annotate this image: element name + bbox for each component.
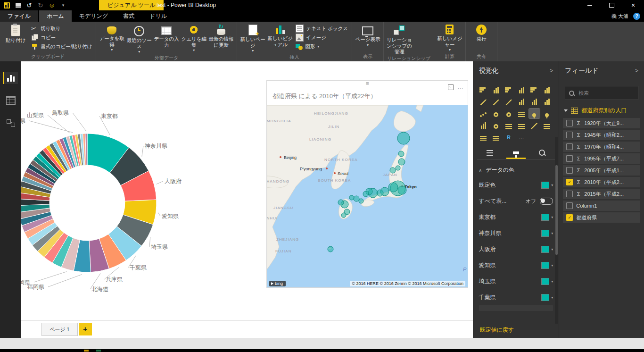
viz-type-multi-row-card-icon[interactable] [504,120,514,130]
viz-type-matrix-icon[interactable] [491,132,502,142]
color-swatch[interactable] [541,182,549,189]
page-tab-1[interactable]: ページ 1 [41,323,78,336]
viz-type-map-icon[interactable] [529,109,540,118]
viz-type-clustered-bar-chart-icon[interactable] [504,85,514,95]
table-item-population-by-prefecture[interactable]: 都道府県別の人口 [559,105,644,117]
field-item-1995年（平成7...[interactable]: Σ1995年（平成7... [563,153,640,164]
color-dropdown-icon[interactable]: ▾ [551,263,553,268]
map-bubble[interactable] [398,151,404,157]
map-bubble[interactable] [397,132,410,144]
viz-type-100-stacked-column-chart-icon[interactable] [542,85,553,95]
color-dropdown-icon[interactable]: ▾ [551,295,553,300]
field-item-1945年（昭和2...[interactable]: Σ1945年（昭和2... [563,130,640,140]
map-bubble[interactable] [388,183,398,192]
viz-type-line-chart-icon[interactable] [478,97,489,107]
fields-tab[interactable] [480,148,500,159]
ribbon-button-enter-data[interactable]: データの入力 [153,23,180,48]
viz-type-card-icon[interactable] [516,120,527,130]
field-checkbox[interactable] [566,202,573,209]
redo-icon[interactable]: ↻ [37,1,44,9]
viz-type-slicer-icon[interactable] [542,120,553,130]
viz-type-funnel-icon[interactable] [478,120,489,130]
map-bubble[interactable] [354,196,359,201]
ribbon-button-image[interactable]: イメージ [294,33,349,42]
map-bubble[interactable] [390,168,396,173]
map-bubble[interactable] [338,200,344,205]
color-dropdown-icon[interactable]: ▾ [551,231,553,235]
field-checkbox[interactable] [566,143,573,150]
field-item-2005年（平成1...[interactable]: Σ2005年（平成1... [563,165,640,176]
field-checkbox[interactable]: ✓ [566,179,573,185]
field-item-1920年（大正9...[interactable]: Σ1920年（大正9... [563,118,640,128]
viz-type-donut-chart-icon[interactable] [504,109,514,118]
viz-type-waterfall-chart-icon[interactable] [542,97,553,107]
ribbon-tab-drill[interactable]: ドリル [142,10,174,22]
viz-type-area-chart-icon[interactable] [491,97,502,107]
data-colors-section-header[interactable]: ∧ データの色 [479,166,553,174]
taskbar-app-icon[interactable] [96,350,101,352]
sidebar-item-report-view[interactable] [3,72,18,84]
visual-drag-grip[interactable]: ≡ [365,81,369,86]
bing-map[interactable]: HEILONGJIANGINNER MONGOLIAJILINLIAONINGN… [267,105,468,287]
focus-mode-icon[interactable] [448,84,454,90]
field-item-1970年（昭和4...[interactable]: Σ1970年（昭和4... [563,142,640,152]
field-item-都道府県[interactable]: ✓都道府県 [563,212,640,223]
minimize-button[interactable] [579,0,601,10]
ribbon-button-cut[interactable]: 切り取り [30,24,93,33]
ribbon-tab-file[interactable]: ファイル [0,10,38,22]
expand-collapse-icon[interactable] [564,109,568,112]
ribbon-button-format-painter[interactable]: 書式のコピー/貼り付け [30,42,93,51]
format-tab[interactable] [506,150,526,159]
viz-type-treemap-icon[interactable] [516,109,527,118]
field-checkbox[interactable] [566,191,573,197]
map-bubble[interactable] [398,186,406,194]
viz-type-table-icon[interactable] [478,132,489,142]
ribbon-button-copy[interactable]: コピー [30,33,93,42]
map-bubble[interactable] [396,166,400,170]
color-swatch[interactable] [541,230,549,237]
field-item-2015年（平成2...[interactable]: Σ2015年（平成2... [563,189,640,199]
map-bubble[interactable] [349,195,354,200]
viz-type-line-and-clustered-column-chart-icon[interactable] [516,97,527,107]
viz-type-clustered-column-chart-icon[interactable] [516,85,527,95]
viz-type-filled-map-icon[interactable] [542,109,553,118]
visual-more-options-icon[interactable]: … [457,84,464,91]
revert-to-default-link[interactable]: 既定値に戻す [480,326,514,334]
ribbon-button-new-page[interactable]: 新しいページ▾ [239,23,266,53]
color-dropdown-icon[interactable]: ▾ [551,215,553,219]
search-input[interactable] [578,90,634,96]
color-dropdown-icon[interactable]: ▾ [551,247,553,251]
undo-icon[interactable]: ↺ [25,1,33,9]
maximize-button[interactable] [601,0,622,10]
viz-type-stacked-bar-chart-icon[interactable] [478,85,489,95]
map-bubble[interactable] [363,191,369,197]
field-item-2010年（平成2...[interactable]: ✓Σ2010年（平成2... [563,177,640,187]
sidebar-item-relationships-view[interactable] [3,117,18,129]
collapse-panel-chevron-icon[interactable]: > [550,67,553,74]
map-bubble[interactable] [359,199,363,203]
report-page[interactable]: 東京都神奈川県大阪府愛知県埼玉県千葉県兵庫県北海道福岡県静岡県山梨県佐賀県鳥取県… [21,61,473,320]
ribbon-button-text-box[interactable]: テキスト ボックス [294,24,349,33]
viz-type-pie-chart-icon[interactable] [491,109,502,118]
color-swatch[interactable] [541,246,549,253]
add-page-button[interactable]: + [79,323,92,335]
ribbon-tab-home[interactable]: ホーム [39,10,72,22]
feedback-smiley-icon[interactable]: ☺ [48,1,56,9]
ribbon-button-refresh[interactable]: 最新の情報に更新 [208,23,234,48]
ribbon-button-new-measure[interactable]: 新しいメジャー▾ [437,23,463,52]
field-checkbox[interactable] [566,120,573,126]
ribbon-button-manage-relationships[interactable]: リレーションシップの管理 [386,23,413,55]
collapse-panel-chevron-icon[interactable]: > [635,67,638,74]
viz-type-more-options-icon[interactable]: … [516,132,527,142]
color-dropdown-icon[interactable]: ▾ [551,279,553,284]
color-swatch[interactable] [541,214,549,221]
viz-type-scatter-chart-icon[interactable] [478,109,489,118]
taskbar-app-icon[interactable] [84,350,89,352]
color-swatch[interactable] [541,278,549,285]
ribbon-button-get-data[interactable]: データを取得▾ [99,23,125,52]
map-bubble[interactable] [398,159,405,165]
map-visual[interactable]: ≡ … 都道府県 による 2010年（平成22年） [266,80,468,288]
color-swatch[interactable] [541,294,549,301]
analytics-tab[interactable] [532,148,552,159]
ribbon-button-page-view[interactable]: ページ表示▾ [355,23,381,47]
